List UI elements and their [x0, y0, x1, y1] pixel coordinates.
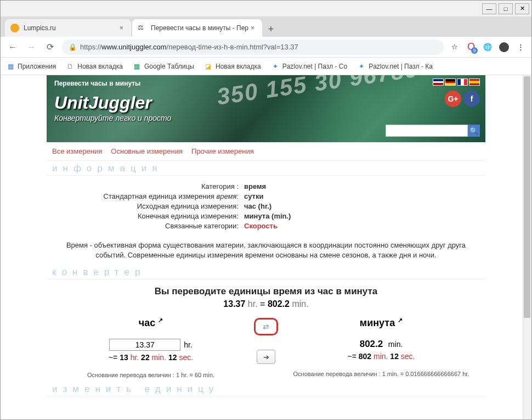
favicon-icon: [10, 24, 19, 32]
to-unit-head: минута ↗: [288, 317, 474, 329]
url-path: /перевод-time-из-h-в-min.html?val=13.37: [167, 43, 298, 51]
browser-window: — □ ✕ Lumpics.ru × ⚖ Перевести часы в ми…: [0, 0, 532, 420]
swap-icon: [263, 322, 269, 331]
to-approx: ~= 802 min. 12 sec.: [288, 352, 474, 361]
flag-uk[interactable]: [433, 79, 444, 86]
page-icon: 🗋: [66, 62, 75, 71]
info-table: Категория :время Стандартная единица изм…: [47, 176, 485, 236]
section-change-label: изменить единицу: [47, 382, 485, 396]
converter-title: Вы переводите единицы время из час в мин…: [47, 286, 485, 297]
sheets-icon: ▦: [133, 62, 142, 71]
menu-all[interactable]: Все измерения: [52, 147, 102, 155]
new-tab-button[interactable]: +: [263, 21, 279, 37]
bookmark-apps[interactable]: ▦Приложения: [6, 62, 56, 71]
info-row: Исходная единица измерения:час (hr.): [58, 202, 474, 210]
avatar-icon[interactable]: [499, 42, 510, 53]
page-icon: ◪: [204, 62, 213, 71]
converter-mid: [244, 317, 288, 364]
page-content: 350 155 30 96789 Перевести часы в минуты…: [47, 75, 485, 419]
from-unit-head: час ↗: [58, 317, 244, 329]
opera-ext-icon[interactable]: O9: [466, 42, 477, 53]
section-conv-label: конвертер: [47, 265, 485, 279]
value-input-row: hr.: [58, 339, 244, 351]
globe-icon[interactable]: 🌐: [482, 42, 493, 53]
titlebar: — □ ✕: [1, 1, 531, 17]
value-input[interactable]: [109, 339, 180, 351]
address-bar-row: ← → ⟳ 🔒 https://www.unitjuggler.com/пере…: [1, 37, 531, 58]
favicon-icon: ⚖: [138, 24, 146, 32]
minimize-button[interactable]: —: [482, 3, 496, 14]
forward-button[interactable]: →: [25, 41, 38, 54]
bookmark-gsheets[interactable]: ▦Google Таблицы: [133, 62, 194, 71]
tab-lumpics[interactable]: Lumpics.ru ×: [5, 19, 131, 37]
menu-basic[interactable]: Основные измерения: [111, 147, 183, 155]
flag-de[interactable]: [445, 79, 456, 86]
to-value: 802.2 min.: [288, 339, 474, 350]
tabs-bar: Lumpics.ru × ⚖ Перевести часы в минуты -…: [1, 17, 531, 37]
scrollbar[interactable]: [523, 75, 531, 419]
flag-fr[interactable]: [457, 79, 468, 86]
back-button[interactable]: ←: [6, 41, 19, 54]
browser-menu-icon[interactable]: ⋮: [515, 42, 526, 53]
from-approx: ~= 13 hr. 22 min. 12 sec.: [58, 353, 244, 362]
search-button[interactable]: 🔍: [468, 125, 480, 137]
info-row: Конечная единица измерения:минута (min.): [58, 212, 474, 220]
external-link-icon[interactable]: ↗: [398, 317, 403, 323]
info-row: Стандартная единица измерения время:сутк…: [58, 192, 474, 200]
close-icon[interactable]: ×: [117, 24, 126, 32]
url-protocol: https://: [80, 43, 101, 51]
url-host: www.unitjuggler.com: [101, 43, 167, 51]
banner-bg-numbers: 350 155 30 96789: [216, 75, 421, 110]
gplus-button[interactable]: G+: [445, 91, 461, 107]
convert-button[interactable]: [257, 350, 275, 364]
bookmark-pazlov1[interactable]: ✦Pazlov.net | Пазл - Со: [271, 62, 347, 71]
main-menu: Все измерения Основные измерения Прочие …: [47, 142, 485, 161]
language-flags: [433, 79, 480, 86]
site-tagline: Конвертируйте легко и просто: [54, 114, 171, 122]
tab-unitjuggler[interactable]: ⚖ Перевести часы в минуты - Пер ×: [132, 19, 262, 37]
lock-icon: 🔒: [69, 43, 77, 51]
site-search: 🔍: [386, 125, 480, 137]
search-input[interactable]: [386, 125, 468, 137]
apps-icon: ▦: [6, 62, 15, 71]
tab-title: Lumpics.ru: [24, 24, 56, 32]
swap-button[interactable]: [254, 318, 278, 335]
to-column: минута ↗ 802.2 min. ~= 802 min. 12 sec. …: [288, 317, 474, 377]
bookmark-newtab2[interactable]: ◪Новая вкладка: [204, 62, 261, 71]
menu-other[interactable]: Прочие измерения: [191, 147, 254, 155]
social-links: G+ f: [445, 91, 480, 107]
converter-grid: час ↗ hr. ~= 13 hr. 22 min. 12 sec. Осно…: [47, 317, 485, 378]
tab-title: Перевести часы в минуты - Пер: [151, 24, 248, 32]
close-icon[interactable]: ×: [248, 24, 257, 32]
puzzle-icon: ✦: [357, 62, 366, 71]
bookmark-pazlov2[interactable]: ✦Pazlov.net | Пазл - Ка: [357, 62, 433, 71]
info-row: Связанные категории:Скорость: [58, 222, 474, 230]
from-column: час ↗ hr. ~= 13 hr. 22 min. 12 sec. Осно…: [58, 317, 244, 378]
converter-equation: 13.37 hr. = 802.2 min.: [47, 299, 485, 309]
section-info-label: информация: [47, 161, 485, 176]
bookmark-star-icon[interactable]: ☆: [449, 42, 460, 53]
url-input[interactable]: 🔒 https://www.unitjuggler.com/перевод-ti…: [62, 40, 444, 55]
external-link-icon[interactable]: ↗: [158, 317, 163, 323]
facebook-button[interactable]: f: [463, 91, 480, 107]
site-logo[interactable]: UnitJuggler: [54, 93, 152, 113]
related-link[interactable]: Скорость: [244, 222, 278, 230]
bookmarks-bar: ▦Приложения 🗋Новая вкладка ▦Google Табли…: [1, 58, 531, 75]
site-banner: 350 155 30 96789 Перевести часы в минуты…: [47, 75, 485, 142]
search-icon: 🔍: [469, 127, 478, 135]
puzzle-icon: ✦: [271, 62, 280, 71]
bookmark-newtab1[interactable]: 🗋Новая вкладка: [66, 62, 123, 71]
breadcrumb: Перевести часы в минуты: [54, 80, 140, 87]
reload-button[interactable]: ⟳: [43, 41, 56, 54]
maximize-button[interactable]: □: [499, 3, 513, 14]
viewport: 350 155 30 96789 Перевести часы в минуты…: [1, 75, 531, 419]
from-basis: Основание перевода величин : 1 hr. = 60 …: [58, 372, 244, 378]
flag-es[interactable]: [469, 79, 480, 86]
scroll-thumb[interactable]: [524, 76, 530, 318]
info-row: Категория :время: [58, 182, 474, 191]
to-basis: Основание перевода величин : 1 min. = 0.…: [288, 371, 474, 377]
info-description: Время - объективная форма существования …: [47, 236, 485, 265]
close-window-button[interactable]: ✕: [515, 3, 529, 14]
